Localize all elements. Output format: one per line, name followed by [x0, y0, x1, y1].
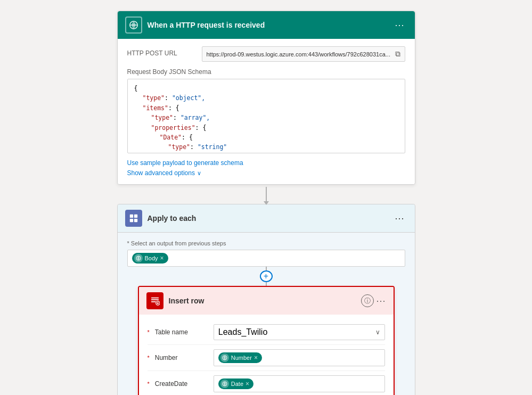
plus-circle-button[interactable]: +: [260, 270, 273, 282]
apply-card-title: Apply to each: [148, 214, 392, 223]
http-more-button[interactable]: ···: [392, 18, 407, 32]
apply-card-body: * Select an output from previous steps B…: [118, 233, 415, 395]
apply-icon: [125, 210, 142, 227]
createdate-label: CreateDate: [155, 380, 208, 388]
table-name-star: *: [148, 329, 150, 335]
info-button[interactable]: ⓘ: [361, 294, 374, 307]
number-star: *: [148, 355, 150, 361]
number-label: Number: [155, 354, 208, 361]
number-field[interactable]: Number ×: [214, 349, 385, 366]
number-token-icon: [220, 353, 229, 362]
sample-payload-link[interactable]: Use sample payload to generate schema: [127, 159, 243, 167]
http-card-body: HTTP POST URL https://prod-09.westus.log…: [118, 39, 415, 184]
insert-card-title: Insert row: [169, 297, 362, 305]
createdate-field-row: * CreateDate Date ×: [148, 371, 385, 395]
plus-line-bottom: [266, 282, 267, 286]
svg-rect-8: [151, 299, 158, 300]
body-token[interactable]: Body ×: [132, 253, 168, 264]
svg-rect-3: [134, 215, 137, 218]
table-name-label: Table name: [155, 328, 208, 336]
table-name-value: Leads_Twilio: [218, 327, 268, 337]
table-name-row: * Table name Leads_Twilio ∨: [148, 320, 385, 345]
svg-rect-7: [151, 298, 158, 299]
copy-icon[interactable]: ⧉: [395, 50, 400, 59]
plus-line-top: [266, 267, 267, 270]
plus-connector: +: [127, 267, 405, 286]
apply-more-button[interactable]: ···: [392, 211, 407, 226]
http-card-title: When a HTTP request is received: [148, 21, 392, 29]
number-token-close[interactable]: ×: [254, 354, 258, 361]
url-value-field[interactable]: https://prod-09.westus.logic.azure.com:4…: [202, 46, 405, 62]
insert-card-header: Insert row ⓘ ···: [139, 287, 394, 315]
json-editor[interactable]: { "type": "object", "items": { "type": "…: [127, 79, 405, 153]
date-token-label: Date: [231, 381, 243, 387]
insert-icon: [146, 292, 163, 309]
http-card-header: When a HTTP request is received ···: [118, 11, 415, 39]
body-token-label: Body: [145, 255, 158, 261]
date-token-icon: [220, 380, 229, 388]
date-token-close[interactable]: ×: [245, 380, 249, 388]
schema-section: Request Body JSON Schema { "type": "obje…: [127, 68, 405, 153]
number-field-row: * Number Number ×: [148, 345, 385, 371]
url-text: https://prod-09.westus.logic.azure.com:4…: [207, 51, 390, 57]
apply-to-each-card: Apply to each ··· * Select an output fro…: [117, 204, 415, 395]
url-label: HTTP POST URL: [127, 46, 197, 57]
insert-card-body: * Table name Leads_Twilio ∨ * Number: [139, 315, 394, 395]
output-label: * Select an output from previous steps: [127, 240, 405, 246]
createdate-field[interactable]: Date ×: [214, 375, 385, 392]
dropdown-arrow-icon: ∨: [375, 328, 380, 336]
number-token-label: Number: [231, 355, 252, 361]
createdate-star: *: [148, 381, 150, 387]
apply-card-header: Apply to each ···: [118, 204, 415, 233]
schema-label: Request Body JSON Schema: [127, 68, 405, 76]
token-icon: [134, 254, 143, 262]
advanced-options-link[interactable]: Show advanced options: [127, 169, 195, 177]
http-icon: [125, 17, 142, 34]
body-token-close[interactable]: ×: [160, 254, 164, 262]
svg-rect-2: [129, 215, 133, 218]
chevron-down-icon: ∨: [197, 170, 201, 177]
svg-rect-9: [151, 301, 155, 302]
svg-rect-5: [134, 219, 137, 222]
url-field-row: HTTP POST URL https://prod-09.westus.log…: [127, 46, 405, 62]
arrow-connector-1: [266, 185, 267, 204]
table-name-field[interactable]: Leads_Twilio ∨: [214, 324, 385, 340]
number-token[interactable]: Number ×: [218, 352, 262, 363]
http-request-card: When a HTTP request is received ··· HTTP…: [117, 11, 415, 185]
insert-more-button[interactable]: ···: [376, 295, 386, 307]
arrow-line-1: [266, 187, 267, 202]
insert-row-card: Insert row ⓘ ··· * Table name Leads_Twil…: [138, 286, 395, 395]
date-token[interactable]: Date ×: [218, 378, 253, 389]
token-field[interactable]: Body ×: [127, 250, 405, 267]
svg-rect-4: [129, 219, 133, 222]
